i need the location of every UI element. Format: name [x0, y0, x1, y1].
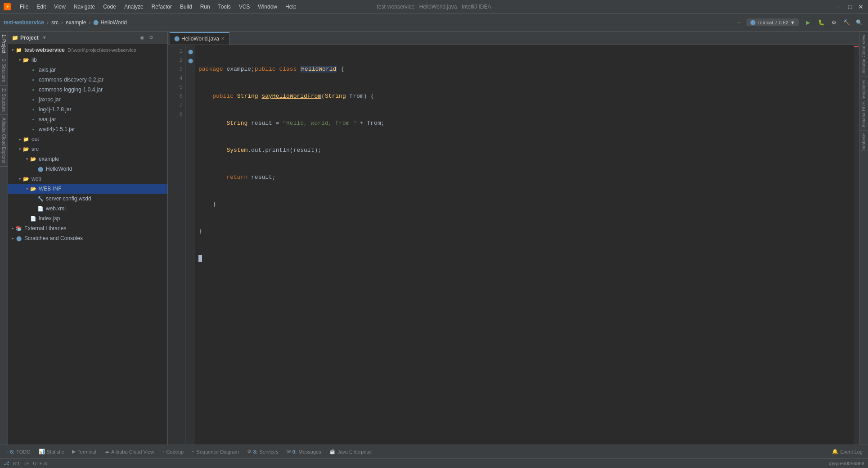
bottom-tab-statistic[interactable]: 📊 Statistic — [35, 445, 68, 458]
menu-item-analyze[interactable]: Analyze — [121, 2, 147, 11]
run-button[interactable]: ▶ — [802, 17, 813, 28]
tree-item-commons-discovery[interactable]: ▸ ▪ commons-discovery-0.2.jar — [8, 75, 167, 85]
bottom-tab-terminal[interactable]: ▶ Terminal — [68, 445, 100, 458]
tree-label-commons-discovery: commons-discovery-0.2.jar — [39, 77, 103, 83]
tree-label-commons-logging: commons-logging-1.0.4.jar — [39, 86, 103, 93]
tree-item-log4j[interactable]: ▸ ▪ log4j-1.2.8.jar — [8, 105, 167, 114]
tree-label-indexjsp: index.jsp — [39, 215, 60, 222]
sidebar-alibaba-cloud-view[interactable]: Alibaba Cloud View — [860, 32, 868, 77]
panel-scope-button[interactable]: ◉ — [139, 34, 146, 41]
bottom-tab-alibaba-cloud-view[interactable]: ☁ Alibaba Cloud View — [101, 445, 157, 458]
sidebar-database[interactable]: Database — [860, 130, 868, 155]
menu-item-vcs[interactable]: VCS — [235, 2, 254, 11]
nav-back-button[interactable]: ← — [734, 17, 745, 28]
sidebar-item-structure[interactable]: 2: Structure — [0, 56, 8, 86]
tree-arrow-webinf: ▾ — [24, 186, 30, 191]
bottom-tab-messages[interactable]: ✉ 0: Messages — [283, 445, 325, 458]
git-status: ⎇ — [4, 460, 9, 466]
menu-item-refactor[interactable]: Refactor — [148, 2, 175, 11]
debug-button[interactable]: 🐛 — [816, 17, 827, 28]
status-position: 8:1 — [13, 461, 20, 466]
code-content[interactable]: package example;public class HelloWorld … — [195, 45, 854, 445]
tree-item-out[interactable]: ▸ 📁 out — [8, 134, 167, 144]
tree-item-axis[interactable]: ▸ ▪ axis.jar — [8, 65, 167, 75]
gutter: ⬤ ⬤ — [186, 45, 195, 445]
menu-item-edit[interactable]: Edit — [33, 2, 49, 11]
tree-item-root[interactable]: ▾ 📁 test-webservice D:\work\project\test… — [8, 45, 167, 55]
gutter-icon-7 — [186, 101, 195, 110]
tree-item-jaxrpc[interactable]: ▸ ▪ jaxrpc.jar — [8, 95, 167, 105]
breadcrumb-example[interactable]: example — [66, 19, 86, 26]
bottom-tab-event-log[interactable]: 🔔 Event Log — [828, 445, 866, 458]
services-icon: ⚙ — [247, 449, 252, 454]
tree-item-src[interactable]: ▾ 📂 src — [8, 144, 167, 154]
bottom-tab-codeup[interactable]: ↑ Codeup — [158, 445, 187, 458]
panel-settings-button[interactable]: ⚙ — [148, 34, 155, 41]
title-bar-left: ⚡ FileEditViewNavigateCodeAnalyzeRefacto… — [4, 2, 300, 11]
statistic-label: Statistic — [47, 449, 64, 454]
breadcrumb-src[interactable]: src — [51, 19, 58, 26]
menu-item-file[interactable]: File — [16, 2, 32, 11]
bottom-tab-services[interactable]: ⚙ 8: Services — [243, 445, 282, 458]
tree-item-serverconfig[interactable]: ▸ 🔧 server-config.wsdd — [8, 194, 167, 204]
sidebar-item-alibaba-cloud-explorer[interactable]: Alibaba Cloud Explorer — [0, 115, 8, 167]
code-view[interactable]: 1 2 3 4 5 6 7 8 ⬤ ⬤ pack — [168, 45, 859, 445]
breadcrumb-helloworld[interactable]: HelloWorld — [100, 19, 126, 26]
tree-item-extlibs[interactable]: ▸ 📚 External Libraries — [8, 223, 167, 233]
tree-item-webinf[interactable]: ▾ 📂 WEB-INF — [8, 184, 167, 194]
java-icon-helloworld: ⬤ — [37, 166, 44, 172]
minimize-button[interactable]: ─ — [836, 3, 843, 10]
tab-helloworld[interactable]: ⬤ HelloWorld.java ✕ — [170, 32, 229, 45]
search-everywhere-button[interactable]: 🔍 — [854, 17, 864, 28]
panel-minimize-button[interactable]: ─ — [157, 34, 164, 41]
settings-button[interactable]: ⚙ — [828, 17, 839, 28]
menu-item-window[interactable]: Window — [254, 2, 281, 11]
build-button[interactable]: 🔨 — [841, 17, 852, 28]
menu-item-tools[interactable]: Tools — [215, 2, 234, 11]
tree-item-web[interactable]: ▾ 📂 web — [8, 174, 167, 184]
tree-item-webxml[interactable]: ▸ 📄 web.xml — [8, 204, 167, 214]
status-encoding[interactable]: UTF-8 — [33, 461, 47, 466]
tree-item-lib[interactable]: ▾ 📂 lib — [8, 55, 167, 65]
bottom-tab-sequence-diagram[interactable]: ~ Sequence Diagram — [188, 445, 243, 458]
close-button[interactable]: ✕ — [857, 3, 864, 10]
bottom-tab-java-enterprise[interactable]: ☕ Java Enterprise — [326, 445, 375, 458]
tree-item-saaj[interactable]: ▸ ▪ saaj.jar — [8, 114, 167, 124]
tree-label-webxml: web.xml — [46, 205, 66, 212]
tab-close-button[interactable]: ✕ — [221, 36, 225, 41]
maximize-button[interactable]: □ — [846, 3, 854, 10]
project-dropdown-arrow[interactable]: ▼ — [42, 35, 47, 40]
menu-item-view[interactable]: View — [50, 2, 69, 11]
run-config-selector[interactable]: ⬤ Tomcat 7.0.82 ▼ — [747, 18, 799, 26]
tree-item-indexjsp[interactable]: ▸ 📄 index.jsp — [8, 214, 167, 223]
sidebar-item-z-structure[interactable]: Z: Structure — [0, 86, 8, 115]
menu-item-code[interactable]: Code — [99, 2, 120, 11]
error-mark-1 — [854, 46, 859, 47]
tree-item-helloworld[interactable]: ▸ ⬤ HelloWorld — [8, 164, 167, 174]
menu-item-build[interactable]: Build — [176, 2, 196, 11]
sidebar-item-project[interactable]: 1: Project — [0, 32, 8, 56]
menu-item-run[interactable]: Run — [197, 2, 214, 11]
gutter-icon-1[interactable]: ⬤ — [186, 47, 195, 56]
todo-label: TODO — [16, 449, 31, 454]
xml-icon-webxml: 📄 — [37, 205, 44, 212]
line-num-6: 6 — [168, 92, 183, 101]
bottom-tab-todo[interactable]: ≡ 6: TODO — [2, 445, 34, 458]
menu-item-help[interactable]: Help — [282, 2, 300, 11]
tree-label-web: web — [31, 176, 41, 182]
tree-item-wsdl4j[interactable]: ▸ ▪ wsdl4j-1.5.1.jar — [8, 124, 167, 134]
status-bar: ⎇ 8:1 LF UTF-8 @qqe60056868 — [0, 458, 868, 468]
tree-item-example[interactable]: ▾ 📂 example — [8, 154, 167, 164]
code-line-2: public String sayHelloWorldFrom(String f… — [198, 92, 850, 101]
sidebar-alibaba-ros[interactable]: Alibaba ROS Templates — [860, 77, 868, 130]
tree-item-scratches[interactable]: ▸ ⬤ Scratches and Consoles — [8, 233, 167, 243]
jar-icon-commons-discovery: ▪ — [30, 77, 37, 83]
menu-item-navigate[interactable]: Navigate — [70, 2, 99, 11]
tree-item-commons-logging[interactable]: ▸ ▪ commons-logging-1.0.4.jar — [8, 85, 167, 95]
tree-path-root: D:\work\project\test-webservice — [67, 47, 136, 53]
status-lf[interactable]: LF — [23, 461, 29, 466]
folder-icon-example: 📂 — [30, 156, 37, 162]
folder-icon-root: 📁 — [15, 47, 22, 53]
gutter-icon-2[interactable]: ⬤ — [186, 56, 195, 65]
project-panel: 📁 Project ▼ ◉ ⚙ ─ ▾ 📁 test-webservice D:… — [8, 32, 168, 445]
